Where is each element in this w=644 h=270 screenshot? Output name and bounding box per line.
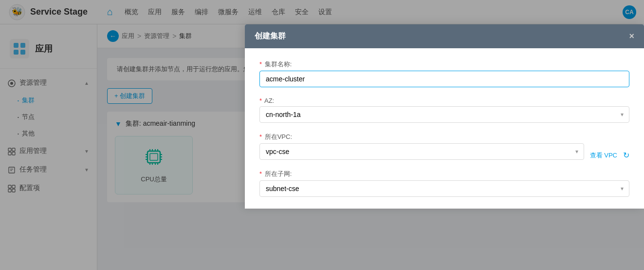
subnet-field: * 所在子网: subnet-cse ▾	[259, 170, 629, 197]
create-cluster-modal: 创建集群 × * 集群名称: * AZ: cn-north-	[245, 24, 644, 209]
modal-overlay: 创建集群 × * 集群名称: * AZ: cn-north-	[0, 0, 644, 270]
modal-close-button[interactable]: ×	[629, 31, 634, 41]
subnet-select[interactable]: subnet-cse	[259, 180, 629, 197]
vpc-select-wrapper: vpc-cse ▾	[259, 143, 584, 160]
vpc-label: * 所在VPC:	[259, 133, 629, 141]
modal-header: 创建集群 ×	[245, 24, 644, 48]
view-vpc-link[interactable]: 查看 VPC	[590, 151, 617, 160]
az-select[interactable]: cn-north-1a cn-north-1b	[259, 106, 629, 123]
vpc-select[interactable]: vpc-cse	[259, 143, 584, 160]
az-field: * AZ: cn-north-1a cn-north-1b ▾	[259, 97, 629, 123]
modal-body: * 集群名称: * AZ: cn-north-1a cn-north-1b ▾	[245, 48, 644, 209]
cluster-name-field: * 集群名称:	[259, 60, 629, 87]
modal-title: 创建集群	[255, 31, 286, 41]
cluster-name-label: * 集群名称:	[259, 60, 629, 69]
vpc-row: vpc-cse ▾ 查看 VPC ↻	[259, 143, 629, 160]
az-select-wrapper: cn-north-1a cn-north-1b ▾	[259, 106, 629, 123]
subnet-select-wrapper: subnet-cse ▾	[259, 180, 629, 197]
vpc-field: * 所在VPC: vpc-cse ▾ 查看 VPC ↻	[259, 133, 629, 160]
az-label: * AZ:	[259, 97, 629, 104]
cluster-name-input[interactable]	[259, 71, 629, 87]
vpc-refresh-button[interactable]: ↻	[623, 151, 629, 160]
subnet-label: * 所在子网:	[259, 170, 629, 178]
